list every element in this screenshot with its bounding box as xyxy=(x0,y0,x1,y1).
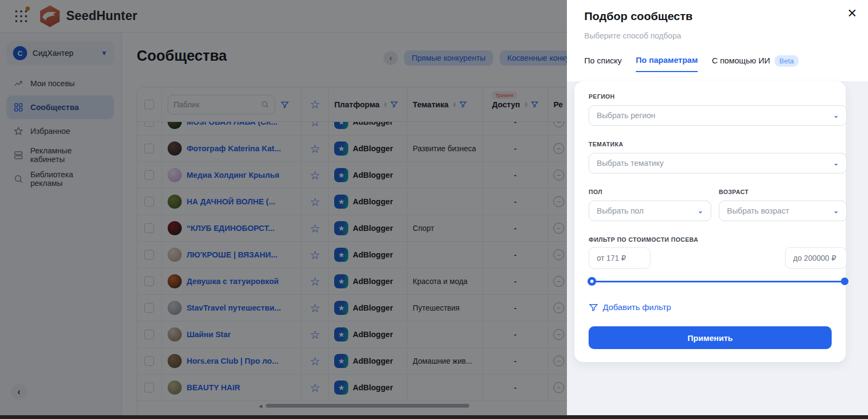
gender-select[interactable]: Выбрать пол⌄ xyxy=(589,201,711,221)
price-filter-label: ФИЛЬТР ПО СТОИМОСТИ ПОСЕВА xyxy=(589,236,698,243)
slider-handle-max[interactable] xyxy=(841,278,848,285)
price-to-input[interactable]: до 200000 ₽ xyxy=(785,247,847,269)
gender-label: ПОЛ xyxy=(589,189,602,195)
filters-card: РЕГИОН Выбрать регион⌄ ТЕМАТИКА Выбрать … xyxy=(575,81,846,362)
bottom-edge-bar xyxy=(0,415,868,419)
topic-select[interactable]: Выбрать тематику⌄ xyxy=(589,153,847,173)
beta-badge: Beta xyxy=(775,55,799,67)
price-range-slider[interactable] xyxy=(589,281,847,282)
drawer-subtitle: Выберите способ подбора xyxy=(584,31,681,40)
age-select[interactable]: Выбрать возраст⌄ xyxy=(719,201,847,221)
tab-with-ai[interactable]: С помощью ИИBeta xyxy=(712,56,799,72)
picker-tabs: По списку По параметрам С помощью ИИBeta xyxy=(584,55,799,72)
slider-handle-min[interactable] xyxy=(588,277,596,286)
topic-label: ТЕМАТИКА xyxy=(589,141,623,147)
age-label: ВОЗРАСТ xyxy=(719,189,749,195)
community-picker-drawer: ✕ Подбор сообществ Выберите способ подбо… xyxy=(567,0,868,419)
tab-by-parameters[interactable]: По параметрам xyxy=(636,55,698,72)
chevron-down-icon: ⌄ xyxy=(833,112,839,119)
chevron-down-icon: ⌄ xyxy=(833,207,839,215)
drawer-title: Подбор сообществ xyxy=(584,10,693,23)
chevron-down-icon: ⌄ xyxy=(698,207,703,215)
tab-by-list[interactable]: По списку xyxy=(584,56,622,72)
region-label: РЕГИОН xyxy=(589,93,615,100)
add-filter-link[interactable]: Добавить фильтр xyxy=(589,302,671,312)
chevron-down-icon: ⌄ xyxy=(833,159,839,167)
price-from-input[interactable]: от 171 ₽ xyxy=(589,247,650,269)
apply-button[interactable]: Применить xyxy=(589,326,832,349)
close-icon[interactable]: ✕ xyxy=(847,7,857,21)
filter-icon xyxy=(589,302,598,312)
region-select[interactable]: Выбрать регион⌄ xyxy=(589,105,847,126)
screen: SeedHunter С СидХантер ▼ Мои посевыСообщ… xyxy=(0,0,868,419)
